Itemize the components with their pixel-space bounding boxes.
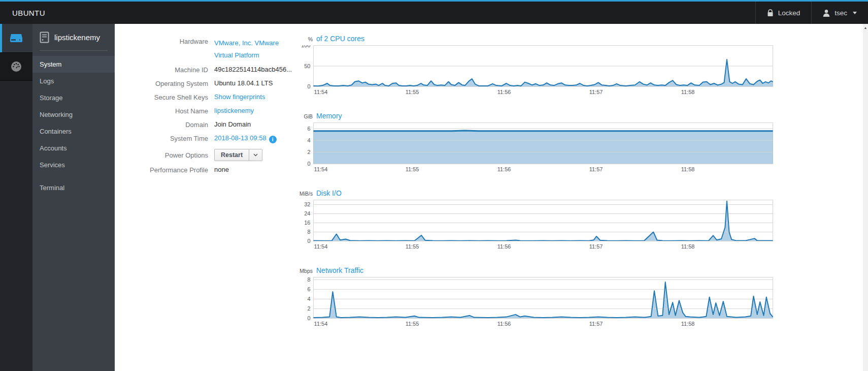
sidebar-item-system[interactable]: System	[32, 56, 115, 73]
detail-label-domain: Domain	[142, 120, 208, 129]
vertical-scrollbar[interactable]: ▲	[863, 24, 868, 371]
detail-row-domain: DomainJoin Domain	[142, 120, 299, 130]
detail-value-performance-profile: none	[214, 166, 229, 173]
detail-row-operating-system: Operating SystemUbuntu 18.04.1 LTS	[142, 79, 299, 89]
detail-label-power-options: Power Options	[142, 151, 208, 159]
disk-io-chart: 3224168011:5411:5511:5611:5711:58	[299, 200, 780, 253]
cpu-chart-title-link[interactable]: of 2 CPU cores	[316, 35, 364, 43]
cpu-chart-block: % of 2 CPU cores 10050011:5411:5511:5611…	[299, 35, 780, 98]
sidebar-hostname: lipstickenemy	[54, 33, 100, 42]
svg-text:11:55: 11:55	[406, 89, 419, 95]
main-content: HardwareVMware, Inc. VMware Virtual Plat…	[115, 24, 863, 371]
svg-text:2: 2	[307, 149, 310, 155]
system-time-link[interactable]: 2018-08-13 09:58	[214, 134, 266, 142]
svg-text:11:58: 11:58	[681, 243, 695, 250]
lock-icon	[767, 9, 774, 17]
svg-text:4: 4	[307, 296, 310, 302]
svg-text:11:54: 11:54	[314, 321, 328, 327]
svg-text:11:55: 11:55	[406, 166, 419, 172]
svg-text:11:57: 11:57	[589, 321, 603, 327]
detail-row-secure-shell-keys: Secure Shell KeysShow fingerprints	[142, 93, 299, 103]
detail-value-operating-system: Ubuntu 18.04.1 LTS	[214, 79, 273, 87]
svg-text:100: 100	[301, 45, 310, 48]
sidebar-nav-primary: SystemLogsStorageNetworkingContainersAcc…	[32, 56, 115, 173]
locked-label: Locked	[778, 9, 800, 17]
svg-text:11:58: 11:58	[681, 166, 695, 172]
svg-text:11:55: 11:55	[406, 243, 419, 250]
disk-io-chart-block: MiB/s Disk I/O 3224168011:5411:5511:5611…	[299, 189, 780, 253]
svg-text:11:55: 11:55	[406, 321, 419, 327]
sidebar-item-logs[interactable]: Logs	[32, 73, 115, 89]
locked-indicator[interactable]: Locked	[755, 2, 812, 24]
rail-dashboard-item[interactable]	[0, 52, 32, 81]
disk-io-unit-label: MiB/s	[299, 191, 313, 197]
restart-button[interactable]: Restart	[214, 149, 249, 161]
top-navbar: UBUNTU Locked tsec	[0, 2, 868, 24]
scroll-up-arrow-icon[interactable]: ▲	[864, 24, 867, 29]
svg-text:2: 2	[307, 305, 310, 312]
detail-row-performance-profile: Performance Profilenone	[142, 166, 299, 175]
domain-action[interactable]: Join Domain	[214, 120, 251, 128]
svg-text:4: 4	[307, 137, 310, 143]
detail-value-host-name: lipstickenemy	[214, 107, 254, 114]
svg-text:11:57: 11:57	[589, 243, 603, 250]
system-details: HardwareVMware, Inc. VMware Virtual Plat…	[142, 35, 299, 371]
info-icon[interactable]: i	[269, 136, 277, 143]
detail-row-host-name: Host Namelipstickenemy	[142, 107, 299, 116]
sidebar-item-containers[interactable]: Containers	[32, 123, 115, 140]
detail-value-domain: Join Domain	[214, 120, 251, 128]
chevron-down-icon	[253, 153, 258, 157]
network-unit-label: Mbps	[299, 268, 313, 274]
svg-text:11:54: 11:54	[314, 243, 328, 250]
user-menu[interactable]: tsec	[811, 2, 868, 24]
host-name-link[interactable]: lipstickenemy	[214, 107, 254, 114]
power-options-dropdown-button[interactable]	[249, 149, 262, 161]
svg-text:50: 50	[304, 63, 310, 69]
memory-chart-title-link[interactable]: Memory	[316, 112, 342, 120]
network-chart: 8642011:5411:5511:5611:5711:58	[299, 277, 780, 330]
svg-text:16: 16	[304, 220, 310, 226]
detail-label-host-name: Host Name	[142, 107, 208, 115]
svg-text:11:57: 11:57	[589, 166, 603, 172]
detail-row-system-time: System Time2018-08-13 09:58i	[142, 134, 299, 144]
operating-system-text: Ubuntu 18.04.1 LTS	[214, 79, 273, 87]
hardware-link[interactable]: VMware, Inc. VMware Virtual Platform	[214, 39, 279, 59]
svg-text:0: 0	[307, 315, 310, 321]
svg-text:32: 32	[304, 201, 310, 207]
sidebar-nav-secondary: Terminal	[32, 179, 115, 196]
sidebar-item-storage[interactable]: Storage	[32, 89, 115, 106]
performance-profile-text: none	[214, 166, 229, 173]
detail-row-hardware: HardwareVMware, Inc. VMware Virtual Plat…	[142, 37, 299, 61]
sidebar-item-terminal[interactable]: Terminal	[32, 179, 115, 196]
detail-label-hardware: Hardware	[142, 37, 208, 45]
svg-text:8: 8	[307, 277, 310, 283]
network-chart-title-link[interactable]: Network Traffic	[316, 266, 363, 274]
sidebar-item-accounts[interactable]: Accounts	[32, 140, 115, 157]
svg-text:0: 0	[307, 161, 310, 167]
cpu-chart: 10050011:5411:5511:5611:5711:58	[299, 45, 780, 98]
sidebar-item-services[interactable]: Services	[32, 157, 115, 173]
svg-text:0: 0	[307, 238, 310, 244]
cpu-unit-label: %	[299, 36, 313, 42]
svg-text:11:54: 11:54	[314, 166, 328, 172]
svg-text:6: 6	[307, 286, 310, 292]
sidebar-item-networking[interactable]: Networking	[32, 106, 115, 123]
memory-chart: 642011:5411:5511:5611:5711:58	[299, 122, 780, 175]
user-name-label: tsec	[834, 9, 847, 17]
memory-unit-label: GiB	[299, 113, 313, 119]
svg-text:11:56: 11:56	[497, 321, 511, 327]
sidebar: lipstickenemy SystemLogsStorageNetworkin…	[32, 24, 115, 371]
svg-text:11:54: 11:54	[314, 89, 328, 95]
detail-label-machine-id: Machine ID	[142, 66, 208, 74]
detail-value-hardware: VMware, Inc. VMware Virtual Platform	[214, 37, 295, 61]
disk-io-chart-title-link[interactable]: Disk I/O	[316, 189, 342, 197]
svg-text:0: 0	[307, 83, 310, 89]
svg-text:11:58: 11:58	[681, 321, 695, 327]
detail-value-system-time: 2018-08-13 09:58i	[214, 134, 277, 143]
rail-host-item[interactable]	[0, 24, 32, 52]
detail-value-machine-id: 49c1822514114bacb456...	[214, 66, 292, 73]
svg-text:11:56: 11:56	[497, 89, 511, 95]
detail-row-machine-id: Machine ID49c1822514114bacb456...	[142, 66, 299, 75]
svg-text:11:58: 11:58	[681, 89, 695, 95]
secure-shell-keys-link[interactable]: Show fingerprints	[214, 93, 265, 101]
